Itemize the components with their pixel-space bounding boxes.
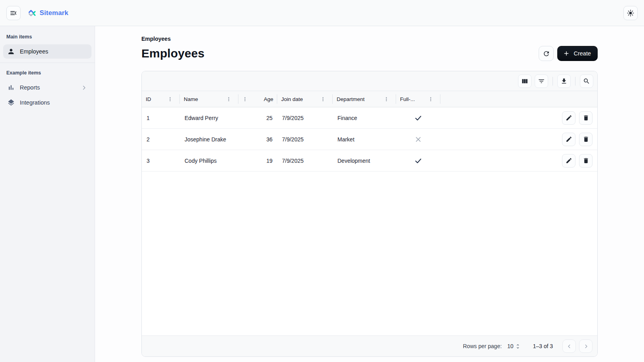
column-header-join-date[interactable]: Join date [277,91,333,107]
brand-logo[interactable]: Sitemark [28,9,69,17]
age-cell[interactable]: 36 [238,136,277,143]
rows-per-page-select[interactable]: 10 [507,343,521,349]
column-menu-icon[interactable] [428,97,433,102]
column-header-name[interactable]: Name [180,91,238,107]
table-row[interactable]: 3 Cody Phillips 19 7/9/2025 Development [142,150,597,171]
full-time-cell[interactable] [396,157,440,165]
rows-per-page-value: 10 [507,343,514,349]
sidebar-item-label: Reports [20,84,40,91]
menu-open-icon [10,9,17,17]
id-cell[interactable]: 3 [142,158,180,164]
sidebar-divider [0,63,95,63]
column-header-age[interactable]: Age [238,91,277,107]
page-title: Employees [141,47,204,60]
sidebar-toggle-button[interactable] [6,6,21,20]
columns-button[interactable] [518,74,532,88]
grid-rows: 1 Edward Perry 25 7/9/2025 Finance [142,107,597,335]
toolbar-divider [553,77,553,86]
edit-button[interactable] [562,111,575,125]
edit-button[interactable] [562,133,575,146]
search-button[interactable] [580,74,593,88]
create-button[interactable]: Create [557,46,598,61]
check-icon [414,114,422,122]
join-date-cell[interactable]: 7/9/2025 [277,115,333,121]
table-row[interactable]: 2 Josephine Drake 36 7/9/2025 Market [142,129,597,150]
column-menu-icon[interactable] [168,97,173,102]
chevron-left-icon [566,343,572,349]
column-menu-icon[interactable] [242,97,248,102]
pencil-icon [566,157,572,164]
column-header-department[interactable]: Department [333,91,396,107]
theme-toggle-button[interactable] [623,6,638,20]
join-date-cell[interactable]: 7/9/2025 [277,136,333,143]
edit-button[interactable] [562,154,575,168]
full-time-cell[interactable] [396,114,440,122]
sidebar-section-caption: Main items [0,31,95,44]
next-page-button[interactable] [579,339,593,353]
export-button[interactable] [557,74,571,88]
column-header-actions [440,91,597,107]
id-cell[interactable]: 1 [142,115,180,121]
column-menu-icon[interactable] [226,97,231,102]
pagination-range: 1–3 of 3 [533,343,553,349]
trash-icon [583,114,589,121]
name-cell[interactable]: Josephine Drake [180,136,238,143]
breadcrumb: Employees [141,36,598,42]
row-actions-cell [440,111,597,125]
sun-icon [627,9,634,17]
column-header-id[interactable]: ID [142,91,180,107]
person-icon [7,48,15,55]
department-cell[interactable]: Development [333,158,396,164]
sidebar-item-integrations[interactable]: Integrations [3,95,91,110]
age-cell[interactable]: 19 [238,158,277,164]
unfold-arrows-icon [515,343,521,349]
brand-name: Sitemark [40,9,69,17]
search-icon [583,78,590,85]
row-actions-cell [440,154,597,168]
table-row[interactable]: 1 Edward Perry 25 7/9/2025 Finance [142,107,597,129]
sidebar-section-caption: Example items [0,67,95,80]
trash-icon [583,157,589,164]
create-button-label: Create [574,50,591,57]
top-bar: Sitemark [0,0,644,26]
sidebar-item-reports[interactable]: Reports [3,80,91,95]
join-date-cell[interactable]: 7/9/2025 [277,158,333,164]
column-menu-icon[interactable] [320,97,326,102]
delete-button[interactable] [579,111,593,125]
close-icon [415,136,422,143]
name-cell[interactable]: Cody Phillips [180,158,238,164]
grid-toolbar [142,71,597,91]
name-cell[interactable]: Edward Perry [180,115,238,121]
bar-chart-icon [7,84,15,91]
data-grid: ID Name Age Join date [141,71,598,357]
rows-per-page-label: Rows per page: [463,343,502,349]
refresh-icon [543,50,550,57]
age-cell[interactable]: 25 [238,115,277,121]
delete-button[interactable] [579,154,593,168]
sidebar-item-label: Integrations [20,99,50,106]
delete-button[interactable] [579,133,593,146]
pencil-icon [566,114,572,121]
pencil-icon [566,136,572,143]
previous-page-button[interactable] [562,339,576,353]
main-content: Employees Employees Create [95,26,644,362]
full-time-cell[interactable] [396,136,440,143]
column-header-full-time[interactable]: Full-... [396,91,440,107]
download-icon [560,78,568,85]
sidebar-item-employees[interactable]: Employees [3,44,91,59]
row-actions-cell [440,133,597,146]
filter-button[interactable] [535,74,548,88]
department-cell[interactable]: Market [333,136,396,143]
trash-icon [583,136,589,143]
department-cell[interactable]: Finance [333,115,396,121]
grid-header-row: ID Name Age Join date [142,91,597,107]
refresh-button[interactable] [539,46,554,61]
column-menu-icon[interactable] [384,97,389,102]
check-icon [414,157,422,165]
plus-icon [563,50,570,57]
layers-icon [7,99,15,107]
chevron-right-icon [583,343,589,349]
id-cell[interactable]: 2 [142,136,180,143]
chevron-right-icon [81,84,88,91]
columns-icon [521,78,528,85]
